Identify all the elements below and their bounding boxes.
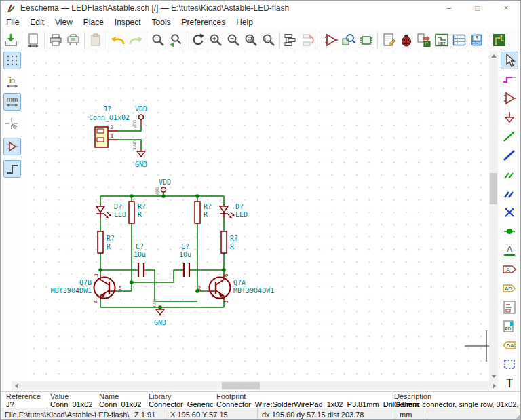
scroll-up-arrow[interactable] <box>491 54 497 58</box>
import-sheet-pin-button[interactable]: AD <box>501 318 518 335</box>
title-bar: Eeschema — LEDFlashAstable.sch [/] — E:\… <box>1 1 520 16</box>
resistor-bottom-right[interactable]: R? R <box>221 231 238 253</box>
place-text-button[interactable]: T <box>501 375 518 392</box>
vertical-scroll-thumb[interactable] <box>490 173 497 204</box>
maximize-button[interactable]: □ <box>463 1 492 16</box>
scroll-right-arrow[interactable] <box>493 383 496 389</box>
horizontal-scrollbar[interactable] <box>12 381 499 390</box>
place-symbol-button[interactable] <box>501 90 518 107</box>
svg-text:Conn_01x02: Conn_01x02 <box>89 114 130 122</box>
menu-inspect[interactable]: Inspect <box>109 16 147 28</box>
menu-preferences[interactable]: Preferences <box>176 16 231 28</box>
paste-icon[interactable] <box>88 32 104 48</box>
footprint-editor-icon[interactable] <box>358 32 374 48</box>
plot-icon[interactable] <box>65 32 81 48</box>
symbol-editor-icon[interactable] <box>323 32 339 48</box>
menu-place[interactable]: Place <box>78 16 109 28</box>
generate-netlist-icon[interactable]: NET <box>433 32 450 48</box>
print-icon[interactable] <box>47 32 64 48</box>
scroll-down-arrow[interactable] <box>491 375 497 378</box>
units-mm-button[interactable]: mm <box>3 93 21 111</box>
zoom-fit-icon[interactable] <box>243 32 259 48</box>
svg-text:VDD: VDD <box>132 120 138 129</box>
schematic-canvas[interactable]: VDD VDD GND GND J? Conn_01x02 2 1 <box>23 51 490 381</box>
symbol-library-browser-icon[interactable] <box>341 32 357 48</box>
place-junction-button[interactable] <box>501 223 518 240</box>
close-button[interactable]: × <box>492 1 520 16</box>
hierarchy-navigator-icon[interactable] <box>283 32 299 48</box>
undo-icon[interactable] <box>110 32 126 48</box>
hv-wires-button[interactable] <box>3 160 21 178</box>
redo-icon[interactable] <box>128 32 144 48</box>
scroll-left-arrow[interactable] <box>15 383 18 389</box>
place-hierarchical-label-button[interactable]: AD <box>501 280 518 297</box>
transistor-qb[interactable]: 3 5 4 Q?B MBT3904DW1 <box>51 273 122 303</box>
svg-text:mm: mm <box>6 96 18 103</box>
svg-text:R?: R? <box>138 203 146 210</box>
capacitor-left[interactable]: C? 10u <box>134 243 146 277</box>
generate-bom-icon[interactable]: $BOM <box>469 32 485 48</box>
show-hidden-pins-button[interactable] <box>3 138 21 155</box>
svg-text:in: in <box>9 77 15 84</box>
annotate-icon[interactable] <box>381 32 397 48</box>
select-tool-button[interactable] <box>501 52 518 69</box>
grid-visibility-button[interactable] <box>3 52 21 69</box>
place-hierarchical-sheet-button[interactable] <box>501 299 518 316</box>
update-pcb-icon[interactable] <box>416 32 432 48</box>
svg-text:C?: C? <box>136 243 144 250</box>
resistor-top-left[interactable]: R? R <box>129 202 146 223</box>
units-inches-button[interactable]: in <box>3 74 21 92</box>
status-fields: ReferenceJ? ValueConn_01x02 NameConn_01x… <box>1 391 521 408</box>
place-net-label-button[interactable]: A <box>501 242 518 259</box>
menu-tools[interactable]: Tools <box>147 16 176 28</box>
vertical-scrollbar[interactable] <box>489 51 498 381</box>
save-icon[interactable] <box>3 32 19 48</box>
cursor-shape-button[interactable] <box>3 115 21 133</box>
no-connect-flag-button[interactable] <box>501 204 518 221</box>
leave-sheet-icon[interactable] <box>301 32 317 48</box>
place-global-label-button[interactable]: A <box>501 261 518 278</box>
crosshair-cursor <box>465 330 490 362</box>
place-power-port-button[interactable] <box>501 109 518 126</box>
menu-file[interactable]: File <box>1 16 24 28</box>
symbol-fields-table-icon[interactable] <box>451 32 467 48</box>
power-port-gnd-main[interactable]: GND GND <box>152 299 166 326</box>
capacitor-right[interactable]: C? 10u <box>179 243 191 277</box>
find-replace-icon[interactable] <box>168 32 184 48</box>
svg-text:R?: R? <box>107 235 115 242</box>
resize-grip[interactable] <box>515 415 520 420</box>
svg-text:D?: D? <box>235 203 244 210</box>
wire-to-bus-entry-button[interactable] <box>501 166 518 183</box>
zoom-out-icon[interactable] <box>225 32 242 48</box>
page-settings-icon[interactable] <box>25 32 41 48</box>
svg-text:R?: R? <box>204 203 212 210</box>
power-port-vdd-connector[interactable]: VDD VDD <box>132 105 147 128</box>
led-left[interactable]: D? LED <box>96 203 126 218</box>
zoom-to-selection-icon[interactable] <box>260 32 277 48</box>
led-right[interactable]: D? LED <box>220 203 248 218</box>
menu-edit[interactable]: Edit <box>24 16 50 28</box>
menu-view[interactable]: View <box>50 16 78 28</box>
zoom-in-icon[interactable] <box>208 32 224 48</box>
place-graphic-lines-button[interactable] <box>501 356 518 373</box>
minimize-button[interactable]: – <box>435 1 463 16</box>
resistor-bottom-left[interactable]: R? R <box>98 231 115 253</box>
place-sheet-pin-button[interactable]: DA <box>501 337 518 354</box>
place-bus-button[interactable] <box>501 147 518 164</box>
field-value: ValueConn_01x02 <box>50 392 92 408</box>
bus-to-bus-entry-button[interactable] <box>501 185 518 202</box>
highlight-net-button[interactable] <box>501 71 518 88</box>
transistor-qa[interactable]: 6 2 1 Q?A MBT3904DW1 <box>197 273 274 303</box>
menu-help[interactable]: Help <box>231 16 258 28</box>
place-wire-button[interactable] <box>501 128 518 145</box>
erc-icon[interactable] <box>398 32 414 48</box>
power-port-vdd-main[interactable]: VDD VDD <box>155 178 171 196</box>
find-icon[interactable] <box>150 32 166 48</box>
horizontal-scroll-thumb[interactable] <box>222 382 260 389</box>
power-port-gnd-connector[interactable]: GND GND <box>132 140 147 168</box>
resistor-top-right[interactable]: R? R <box>195 202 212 223</box>
run-pcbnew-icon[interactable] <box>491 32 507 48</box>
refresh-view-icon[interactable] <box>190 32 206 48</box>
connector-j[interactable]: J? Conn_01x02 2 1 <box>89 105 130 147</box>
svg-text:GND: GND <box>132 140 138 149</box>
